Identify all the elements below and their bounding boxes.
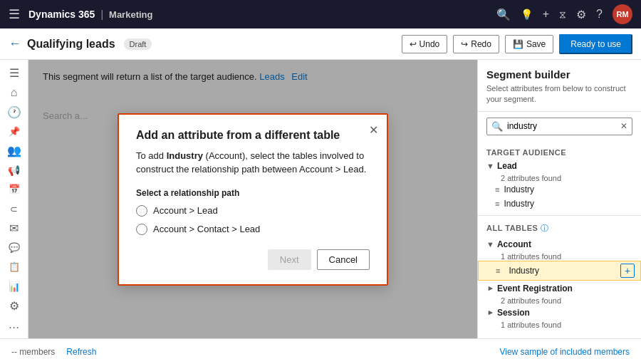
members-count: -- members (11, 347, 55, 357)
top-nav-actions: 🔍 💡 + ⧖ ⚙ ? RM (496, 4, 632, 24)
radio-label-account-contact-lead: Account > Contact > Lead (153, 224, 260, 234)
modal-body-prefix: To add (136, 150, 164, 161)
help-icon[interactable]: ? (596, 8, 603, 21)
search-bar[interactable]: 🔍 ✕ (486, 118, 632, 135)
event-chevron-icon: ▼ (486, 284, 494, 292)
sidebar-campaigns-icon[interactable]: 📢 (3, 162, 26, 177)
all-tables-info-icon[interactable]: ⓘ (541, 223, 548, 234)
lead-group-name: Lead (497, 161, 517, 171)
notification-icon[interactable]: 💡 (521, 9, 533, 20)
radio-option-1[interactable]: Account > Lead (136, 205, 370, 217)
sidebar-settings-icon[interactable]: ⚙ (3, 298, 26, 313)
left-sidebar: ☰ ⌂ 🕐 📌 👥 📢 📅 ⊂ ✉ 💬 📋 📊 ⚙ … (0, 60, 28, 338)
right-panel-body: Target audience ▼ Lead 2 attributes foun… (478, 141, 641, 338)
session-chevron-icon: ▼ (486, 308, 494, 316)
lead-chevron-icon: ▼ (486, 162, 494, 170)
sidebar-hamburger-icon[interactable]: ☰ (3, 66, 26, 80)
add-industry-button[interactable]: + (620, 264, 635, 278)
lead-group-header[interactable]: ▼ Lead (478, 158, 641, 174)
status-bar: -- members Refresh View sample of includ… (0, 338, 641, 364)
account-group-name: Account (497, 239, 531, 249)
radio-option-2[interactable]: Account > Contact > Lead (136, 224, 370, 235)
sidebar-recent-icon[interactable]: 🕐 (3, 104, 26, 119)
panel-divider (478, 215, 641, 216)
save-button[interactable]: 💾 Save (505, 35, 553, 53)
search-input[interactable] (507, 121, 616, 131)
session-group-name: Session (497, 308, 530, 318)
search-icon[interactable]: 🔍 (496, 8, 511, 21)
sidebar-chat-icon[interactable]: 💬 (3, 240, 26, 255)
page-toolbar: ← Qualifying leads Draft ↩ Undo ↪ Redo 💾… (0, 28, 641, 60)
modal-title: Add an attribute from a different table (136, 129, 370, 142)
brand-name: Dynamics 365 (28, 9, 95, 20)
nav-hamburger-icon[interactable]: ☰ (9, 6, 20, 22)
right-panel: Segment builder Select attributes from b… (477, 60, 641, 338)
redo-icon: ↪ (461, 39, 468, 49)
session-count: 1 attributes found (481, 321, 641, 329)
sidebar-more-icon[interactable]: … (3, 318, 26, 333)
next-button[interactable]: Next (268, 249, 311, 270)
cancel-button[interactable]: Cancel (317, 249, 370, 270)
account-industry-icon: ≡ (496, 266, 500, 275)
brand-divider: | (100, 9, 103, 20)
sidebar-home-icon[interactable]: ⌂ (3, 85, 26, 100)
sidebar-segments-icon[interactable]: ⊂ (3, 202, 26, 217)
sidebar-email-icon[interactable]: ✉ (3, 221, 26, 236)
modal-body-attribute: Industry (167, 150, 203, 161)
add-icon[interactable]: + (543, 8, 549, 21)
undo-icon: ↩ (410, 39, 417, 49)
all-tables-header: All tables ⓘ (478, 220, 641, 236)
event-count: 2 attributes found (481, 296, 641, 305)
sidebar-pin-icon[interactable]: 📌 (3, 124, 26, 139)
filter-icon[interactable]: ⧖ (559, 9, 566, 21)
draft-badge: Draft (124, 38, 152, 50)
modal-section-label: Select a relationship path (136, 188, 370, 198)
settings-icon[interactable]: ⚙ (576, 8, 586, 21)
view-sample-link[interactable]: View sample of included members (499, 347, 630, 357)
industry-table-icon-2: ≡ (495, 199, 499, 208)
ready-button[interactable]: Ready to use (559, 34, 632, 54)
segment-builder-title: Segment builder (486, 68, 632, 80)
industry-label-1: Industry (504, 184, 534, 194)
radio-account-contact-lead[interactable] (136, 224, 147, 235)
account-count: 1 attributes found (481, 252, 641, 261)
industry-table-icon-1: ≡ (495, 185, 499, 194)
segment-builder-subtitle: Select attributes from below to construc… (486, 83, 632, 105)
all-tables-label: All tables (486, 224, 538, 232)
clear-icon[interactable]: ✕ (620, 121, 627, 131)
sidebar-reports-icon[interactable]: 📊 (3, 279, 26, 293)
lead-industry-item-1[interactable]: ≡ Industry (478, 182, 641, 197)
account-chevron-icon: ▼ (486, 240, 494, 249)
sidebar-forms-icon[interactable]: 📋 (3, 259, 26, 274)
radio-label-account-lead: Account > Lead (153, 205, 218, 216)
search-icon: 🔍 (491, 121, 503, 132)
undo-button[interactable]: ↩ Undo (402, 35, 448, 53)
event-group-header[interactable]: ▼ Event Registration (478, 281, 641, 296)
modal-footer: Next Cancel (136, 249, 370, 270)
lead-count: 2 attributes found (481, 174, 641, 182)
target-audience-label: Target audience (478, 144, 641, 158)
event-group-name: Event Registration (497, 284, 573, 293)
modal-close-icon[interactable]: ✕ (369, 123, 378, 137)
content-area: This segment will return a list of the t… (28, 60, 477, 338)
save-icon: 💾 (513, 39, 523, 49)
lead-industry-item-2[interactable]: ≡ Industry (478, 197, 641, 211)
account-group-header[interactable]: ▼ Account (478, 236, 641, 252)
user-avatar[interactable]: RM (613, 4, 632, 24)
redo-button[interactable]: ↪ Redo (453, 35, 499, 53)
industry-label-2: Industry (504, 199, 534, 209)
top-navigation: ☰ Dynamics 365 | Marketing 🔍 💡 + ⧖ ⚙ ? R… (0, 0, 641, 28)
main-layout: ☰ ⌂ 🕐 📌 👥 📢 📅 ⊂ ✉ 💬 📋 📊 ⚙ … This segment… (0, 60, 641, 338)
brand-logo: Dynamics 365 | Marketing (28, 9, 152, 20)
right-panel-header: Segment builder Select attributes from b… (478, 60, 641, 112)
sidebar-people-icon[interactable]: 👥 (3, 143, 26, 158)
sidebar-events-icon[interactable]: 📅 (3, 182, 26, 197)
refresh-link[interactable]: Refresh (66, 347, 96, 357)
relationship-path-modal: ✕ Add an attribute from a different tabl… (118, 113, 388, 286)
session-group-header[interactable]: ▼ Session (478, 305, 641, 321)
modal-body: To add Industry (Account), select the ta… (136, 149, 370, 177)
modal-overlay: ✕ Add an attribute from a different tabl… (28, 60, 477, 338)
back-button[interactable]: ← (9, 36, 21, 51)
account-industry-item[interactable]: ≡ Industry + (478, 261, 641, 281)
radio-account-lead[interactable] (136, 205, 147, 217)
